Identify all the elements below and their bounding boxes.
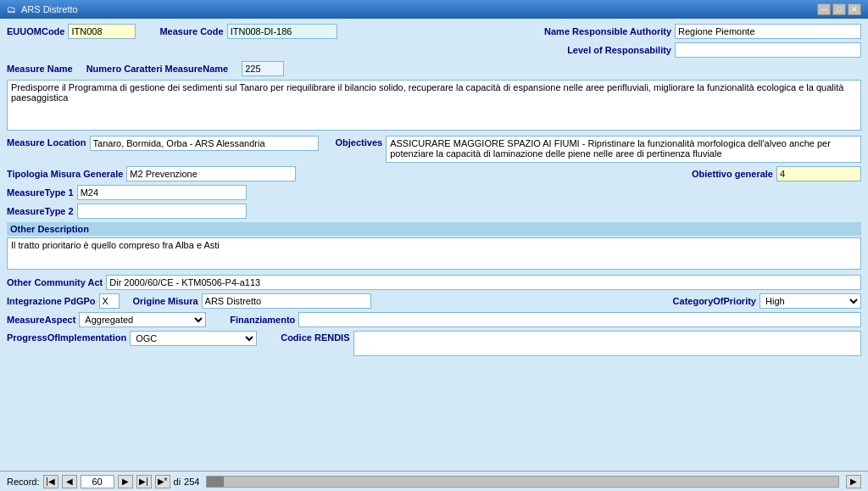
other-community-label: Other Community Act [7, 277, 103, 287]
horizontal-scrollbar[interactable] [206, 476, 839, 488]
first-record-button[interactable]: |◀ [43, 475, 58, 488]
integrazione-label: Integrazione PdGPo [7, 296, 96, 306]
measurelocation-input[interactable] [90, 136, 319, 151]
tipologia-label: Tipologia Misura Generale [7, 169, 123, 179]
row-measure-aspect: MeasureAspect Aggregated Individual Fina… [7, 312, 861, 327]
integrazione-input[interactable] [99, 293, 120, 309]
next-record-button[interactable]: ▶ [118, 475, 133, 488]
other-description-container: Il tratto prioritario è quello compreso … [7, 237, 861, 271]
new-record-button[interactable]: ▶* [155, 475, 170, 488]
prev-record-button[interactable]: ◀ [62, 475, 77, 488]
measuretype1-input[interactable] [77, 185, 247, 200]
level-responsability-input[interactable] [675, 42, 861, 58]
scroll-right-button[interactable]: ▶ [846, 475, 861, 488]
euuomcode-input[interactable] [68, 24, 136, 39]
measureaspect-select[interactable]: Aggregated Individual [79, 312, 206, 327]
close-button[interactable]: ✕ [848, 3, 861, 15]
description-container: Predisporre il Programma di gestione dei… [7, 80, 861, 132]
title-bar-left: 🗂 ARS Distretto [7, 4, 78, 14]
tipologia-input[interactable] [126, 166, 296, 181]
other-community-input[interactable] [106, 275, 861, 290]
measurename-label: Measure Name [7, 64, 73, 74]
measuretype2-label: MeasureType 2 [7, 206, 74, 216]
record-label: Record: [7, 477, 40, 487]
row-location-objectives: Measure Location Objectives ASSICURARE M… [7, 136, 861, 163]
last-record-button[interactable]: ▶| [136, 475, 152, 488]
of-label: di [174, 477, 181, 487]
category-select[interactable]: High Medium Low [760, 293, 861, 309]
objectives-label: Objectives [336, 136, 383, 148]
scrollbar-thumb [207, 477, 224, 487]
row-tipologia: Tipologia Misura Generale Obiettivo gene… [7, 166, 861, 181]
char-count-input[interactable] [242, 61, 284, 76]
measurecode-label: Measure Code [159, 26, 223, 36]
row-1: EUUOMCode Measure Code Name Responsible … [7, 24, 861, 39]
finanziamento-input[interactable] [298, 312, 861, 327]
maximize-button[interactable]: □ [832, 3, 846, 15]
row-integrazione: Integrazione PdGPo Origine Misura Catego… [7, 293, 861, 309]
euuomcode-label: EUUOMCode [7, 26, 64, 36]
origine-label: Origine Misura [133, 296, 198, 306]
row-progress: ProgressOfImplementation OGC Planned Com… [7, 331, 861, 356]
level-responsability-label: Level of Responsability [567, 45, 671, 55]
measureaspect-label: MeasureAspect [7, 315, 75, 325]
row-3: Measure Name Numero Caratteri MeasureNam… [7, 61, 861, 76]
total-records: 254 [184, 477, 199, 487]
measurecode-input[interactable] [227, 24, 337, 39]
objectives-textarea[interactable]: ASSICURARE MAGGIORE SPAZIO AI FIUMI - Ri… [386, 136, 861, 163]
minimize-button[interactable]: — [817, 3, 831, 15]
title-text: ARS Distretto [21, 4, 78, 14]
other-description-header: Other Description [7, 222, 861, 236]
obiettivo-input[interactable] [776, 166, 861, 181]
numero-caratteri-label: Numero Caratteri MeasureName [86, 64, 229, 74]
main-content: EUUOMCode Measure Code Name Responsible … [0, 19, 868, 471]
row-2: Level of Responsability [7, 42, 861, 58]
title-bar-controls: — □ ✕ [817, 3, 861, 15]
codice-rendis-textarea[interactable] [353, 331, 862, 356]
description-textarea[interactable]: Predisporre il Programma di gestione dei… [7, 80, 861, 131]
app-icon: 🗂 [7, 4, 16, 14]
progress-label: ProgressOfImplementation [7, 331, 126, 343]
row-other-community: Other Community Act [7, 275, 861, 290]
codice-rendis-label: Codice RENDIS [281, 331, 349, 343]
other-description-textarea[interactable]: Il tratto prioritario è quello compreso … [7, 237, 861, 270]
origine-input[interactable] [202, 293, 371, 309]
current-record-input[interactable] [81, 475, 114, 488]
name-responsible-label: Name Responsible Authority [544, 26, 671, 36]
category-label: CategoryOfPriority [673, 296, 756, 306]
status-bar: Record: |◀ ◀ ▶ ▶| ▶* di 254 ▶ [0, 471, 868, 491]
finanziamento-label: Finanziamento [230, 315, 295, 325]
title-bar: 🗂 ARS Distretto — □ ✕ [0, 0, 868, 19]
row-measuretype1: MeasureType 1 [7, 185, 861, 200]
measuretype1-label: MeasureType 1 [7, 187, 74, 198]
measurelocation-label: Measure Location [7, 136, 86, 148]
row-measuretype2: MeasureType 2 [7, 204, 861, 219]
name-responsible-input[interactable] [675, 24, 861, 39]
measuretype2-input[interactable] [77, 204, 247, 219]
obiettivo-label: Obiettivo generale [692, 169, 773, 179]
progress-select[interactable]: OGC Planned Completed [130, 331, 257, 346]
